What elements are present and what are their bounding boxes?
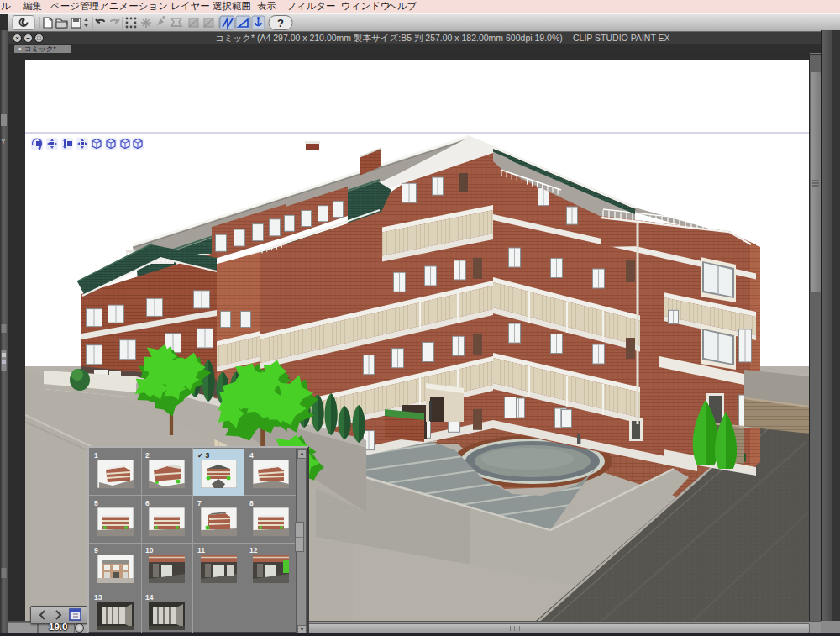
svg-text:Y: Y — [2, 139, 6, 145]
svg-text:?: ? — [277, 17, 284, 29]
